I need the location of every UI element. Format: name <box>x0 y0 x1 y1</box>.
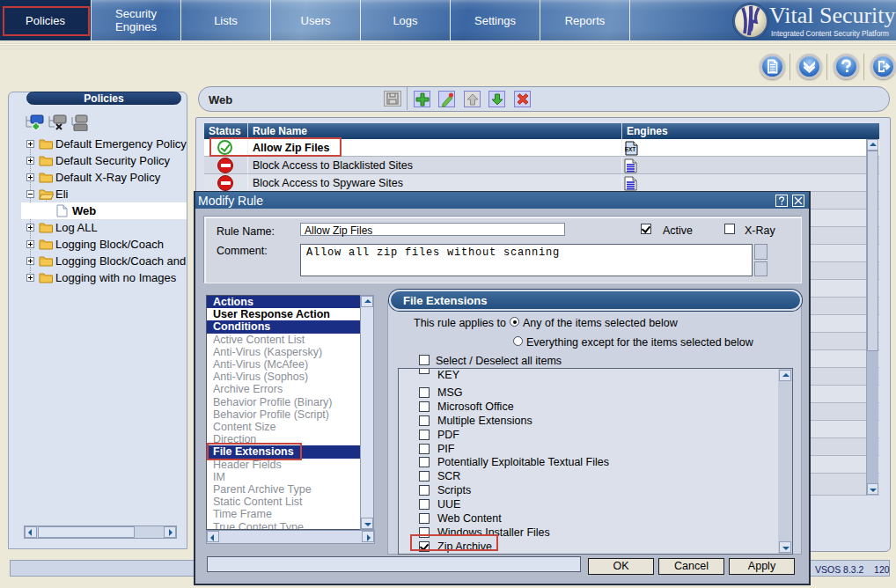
svg-text:EXT: EXT <box>625 146 636 152</box>
